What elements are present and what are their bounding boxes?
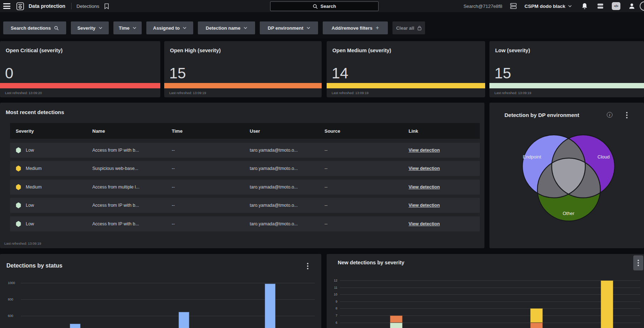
cell-source: --: [325, 143, 327, 158]
bar-segment: [530, 308, 543, 322]
cell-user: taro.yamada@tmoto.o...: [250, 161, 298, 176]
last-refreshed: Last refreshed: 13:09:19: [4, 241, 41, 245]
cell-user: taro.yamada@tmoto.o...: [250, 198, 298, 213]
gridline: [340, 294, 640, 295]
cell-severity: Low: [26, 216, 34, 231]
y-tick-label: 12: [331, 279, 337, 282]
col-name: Name: [92, 123, 105, 139]
cell-time: --: [172, 216, 175, 231]
y-tick-label: 600: [8, 314, 19, 318]
cell-severity: Medium: [26, 180, 42, 195]
severity-hexagon-icon: [16, 166, 21, 172]
chevron-down-icon: [99, 27, 102, 29]
table-row[interactable]: Low Access from IP with b... -- -- taro.…: [10, 216, 480, 231]
chevron-down-icon: [307, 27, 310, 29]
cell-time: --: [172, 198, 175, 213]
y-tick-label: 8: [331, 307, 337, 310]
stat-card-critical: Open Critical (severity) 0 Last refreshe…: [0, 41, 160, 97]
cell-severity: Low: [26, 143, 34, 158]
filter-dp-environment[interactable]: DP environment: [260, 21, 318, 34]
global-search-input[interactable]: Search: [270, 1, 379, 11]
clear-all-button[interactable]: Clear all: [392, 21, 425, 34]
recent-detections-panel: Most recent detections Severity Name Tim…: [0, 103, 484, 248]
menu-icon[interactable]: [3, 3, 10, 9]
gridline: [340, 315, 640, 316]
stat-card-medium: Open Medium (severity) 14 Last refreshed…: [327, 41, 485, 97]
bar-segment: [265, 284, 275, 328]
view-detection-link[interactable]: View detection: [409, 166, 440, 171]
chevron-down-icon: [183, 27, 186, 29]
gridline: [340, 308, 640, 309]
severity-hexagon-icon: [16, 184, 21, 190]
card-title: Open High (severity): [170, 48, 221, 53]
cell-source: --: [325, 198, 327, 213]
table-header: Severity Name Time User Source Link: [10, 123, 480, 139]
y-tick-label: 6: [331, 321, 337, 324]
col-severity: Severity: [16, 123, 34, 139]
severity-color-bar: [489, 83, 644, 88]
account-avatar-icon[interactable]: [627, 1, 636, 11]
last-refreshed: Last refreshed: 13:09:19: [169, 91, 206, 95]
filter-time[interactable]: Time: [113, 21, 142, 34]
add-remove-filters-button[interactable]: Add/remove filters +: [323, 21, 388, 34]
severity-hexagon-icon: [16, 147, 21, 153]
settings-icon-partial[interactable]: [640, 1, 644, 11]
gridline: [340, 280, 640, 281]
filter-assigned-to[interactable]: Assigned to: [146, 21, 193, 34]
cell-name: Access from IP with b...: [92, 198, 139, 213]
severity-stacked-bar-chart: 1211109876: [327, 254, 644, 328]
table-row[interactable]: Low Access from IP with b... -- taro.yam…: [10, 198, 480, 213]
stat-card-high: Open High (severity) 15 Last refreshed: …: [164, 41, 322, 97]
cell-severity: Low: [26, 198, 34, 213]
table-row[interactable]: Medium Suspicious web-base... -- taro.ya…: [10, 161, 480, 176]
info-icon[interactable]: i: [607, 112, 613, 118]
resource-stack-icon[interactable]: [509, 1, 518, 11]
card-title: Open Critical (severity): [6, 48, 63, 53]
chevron-down-icon: [568, 5, 572, 7]
view-detection-link[interactable]: View detection: [409, 185, 440, 190]
cell-source: --: [325, 180, 327, 195]
filter-severity[interactable]: Severity: [71, 21, 109, 34]
last-refreshed: Last refreshed: 13:09:19: [494, 91, 531, 95]
search-detections-button[interactable]: Search detections: [3, 21, 66, 34]
search-icon: [54, 26, 59, 30]
table-row[interactable]: Medium Access from multiple l... -- taro…: [10, 180, 480, 195]
project-selector[interactable]: CSPM dodo black: [525, 4, 572, 9]
last-refreshed: Last refreshed: 13:09:19: [332, 91, 369, 95]
y-tick-label: 10: [331, 293, 337, 296]
cell-time: --: [172, 143, 175, 158]
detections-by-status-panel: Detections by status 1000800600: [0, 254, 321, 328]
cell-name: Access from multiple l...: [92, 180, 140, 195]
cell-name: Suspicious web-base...: [92, 161, 138, 176]
app-title[interactable]: Data protection: [29, 3, 65, 9]
severity-color-bar: [164, 83, 322, 88]
cell-time: --: [172, 161, 175, 176]
panel-title: Detection by DP environment: [504, 112, 579, 118]
view-detection-link[interactable]: View detection: [409, 203, 440, 208]
table-row[interactable]: Low Access from IP with b... -- taro.yam…: [10, 143, 480, 158]
cell-time: --: [172, 180, 175, 195]
new-detections-by-severity-panel: New detections by severity 1211109876: [327, 254, 644, 328]
severity-hexagon-icon: [16, 221, 21, 227]
search-icon: [313, 4, 318, 9]
severity-color-bar: [0, 83, 160, 88]
y-tick-label: 7: [331, 314, 337, 317]
view-detection-link[interactable]: View detection: [409, 221, 440, 226]
filter-detection-name[interactable]: Detection name: [198, 21, 255, 34]
cell-user: taro.yamada@tmoto.o...: [250, 180, 298, 195]
venn-label-other: Other: [563, 211, 575, 216]
card-value: 0: [5, 65, 13, 82]
kebab-menu-icon[interactable]: [626, 114, 628, 116]
severity-hexagon-icon: [16, 202, 21, 209]
bookmark-icon[interactable]: [104, 3, 109, 9]
gridline: [21, 283, 315, 283]
notifications-icon[interactable]: [580, 1, 589, 11]
task-list-icon[interactable]: [596, 1, 605, 11]
severity-color-bar: [327, 83, 485, 88]
code-shell-icon[interactable]: </>: [611, 1, 621, 11]
lock-icon: [418, 26, 421, 30]
card-title: Low (severity): [495, 48, 530, 53]
view-detection-link[interactable]: View detection: [409, 148, 440, 153]
breadcrumb-section: Detections: [77, 4, 99, 9]
col-source: Source: [325, 123, 340, 139]
